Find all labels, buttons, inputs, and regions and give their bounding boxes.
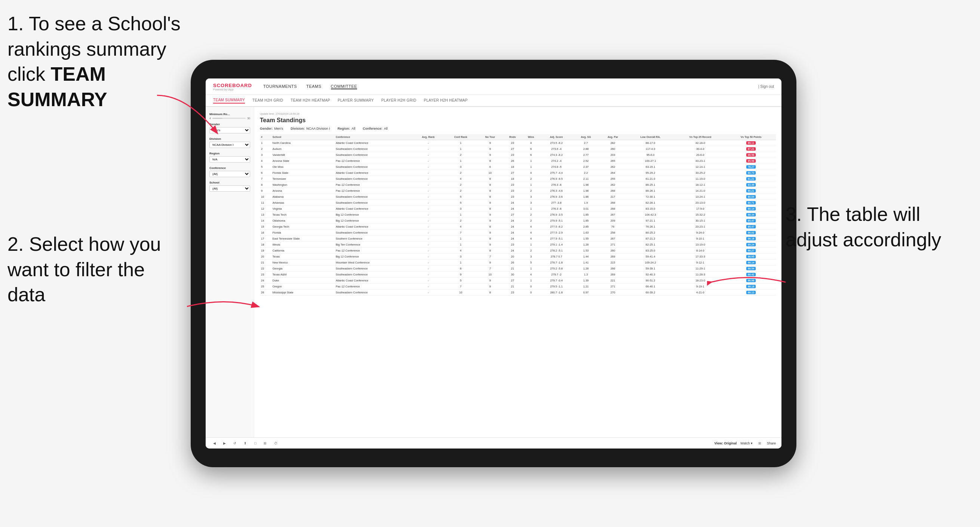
cell-record: 9-12-1: [675, 260, 727, 266]
cell-avg-sg: 2.37: [573, 164, 599, 170]
cell-adj-score: 279.5 -1.1: [540, 284, 573, 290]
cell-vs-top: 86.58: [726, 152, 776, 158]
cell-school: Texas A&M: [272, 272, 335, 278]
watch-btn[interactable]: Watch ▾: [740, 441, 752, 445]
cell-adj-score: 274.3 -6.2: [540, 152, 573, 158]
back-btn[interactable]: ◀: [211, 441, 218, 446]
cell-low: 59-41.4: [627, 254, 675, 260]
cell-low: 66-40.1: [627, 284, 675, 290]
refresh-btn[interactable]: ↺: [231, 441, 238, 446]
cell-avg-sg: 2.77: [573, 152, 599, 158]
bookmark-btn[interactable]: □: [252, 441, 258, 446]
cell-low: 83-25.0: [627, 248, 675, 254]
cell-low: 95-29.2: [627, 170, 675, 176]
cell-rank: 19: [260, 248, 272, 254]
cell-conf-rank: 1: [444, 140, 477, 146]
nav-teams[interactable]: TEAMS: [306, 84, 321, 89]
school-select[interactable]: (All): [209, 186, 250, 192]
table-area: Update time: 27/03/2024 16:56:26 Team St…: [254, 107, 781, 437]
cell-wins: 2: [522, 248, 540, 254]
tab-team-h2h-grid[interactable]: TEAM H2H GRID: [252, 98, 283, 103]
cell-conference: Pac-12 Conference: [335, 284, 412, 290]
clock-btn[interactable]: ⏱: [272, 441, 279, 446]
nav-tournaments[interactable]: TOURNAMENTS: [263, 84, 297, 89]
cell-wins: 3: [522, 254, 540, 260]
cell-adj-score: 278.2 -5.1: [540, 248, 573, 254]
cell-low: 72-30.1: [627, 194, 675, 200]
cell-rank: 10: [260, 194, 272, 200]
cell-school: Arkansas: [272, 200, 335, 206]
cell-conference: Southern Conference: [335, 236, 412, 242]
cell-wins: 1: [522, 242, 540, 248]
cell-avg-par: 282: [599, 140, 626, 146]
cell-no-tour: 8: [477, 188, 503, 194]
tab-player-h2h-heatmap[interactable]: PLAYER H2H HEATMAP: [424, 98, 468, 103]
cell-avg-par: 271: [599, 284, 626, 290]
cell-record: 17-9-0: [675, 206, 727, 212]
table-row: 24 Duke Atlantic Coast Conference - 5 9 …: [260, 278, 776, 284]
tablet-device: SCOREBOARD Powered by clippi TOURNAMENTS…: [191, 60, 796, 467]
cell-record: 8-14-0: [675, 248, 727, 254]
share-btn-toolbar[interactable]: ⬆: [242, 441, 249, 446]
cell-rank: 9: [260, 188, 272, 194]
cell-vs-top: 85.58: [726, 158, 776, 164]
nav-committee[interactable]: COMMITTEE: [331, 84, 358, 89]
division-select[interactable]: NCAA Division I: [209, 142, 250, 148]
cell-school: Florida State: [272, 170, 335, 176]
cell-avg-par: 262: [599, 182, 626, 188]
table-row: 14 Oklahoma Big 12 Conference - 2 9 24 2…: [260, 218, 776, 224]
cell-vs-top: 89.11: [726, 140, 776, 146]
cell-conference: Mountain West Conference: [335, 260, 412, 266]
share-btn[interactable]: Share: [767, 441, 776, 445]
cell-rank: 2: [260, 146, 272, 152]
cell-rnds: 24: [503, 248, 522, 254]
cell-vs-top: 87.21: [726, 146, 776, 152]
cell-rnds: 18: [503, 164, 522, 170]
forward-btn[interactable]: ▶: [221, 441, 228, 446]
cell-record: 17-33-3: [675, 254, 727, 260]
cell-conf-rank: 8: [444, 266, 477, 272]
cell-conf-rank: 7: [444, 230, 477, 236]
cell-avg-par: 265: [599, 158, 626, 164]
cell-record: 20-6-0: [675, 152, 727, 158]
cell-no-tour: 8: [477, 158, 503, 164]
cell-avg-sg: 1.98: [573, 182, 599, 188]
cell-school: Arizona State: [272, 158, 335, 164]
view-original[interactable]: View: Original: [714, 441, 737, 445]
cell-school: California: [272, 248, 335, 254]
table-row: 15 Georgia Tech Atlantic Coast Conferenc…: [260, 224, 776, 230]
table-row: 6 Florida State Atlantic Coast Conferenc…: [260, 170, 776, 176]
tab-team-h2h-heatmap[interactable]: TEAM H2H HEATMAP: [291, 98, 330, 103]
table-row: 4 Arizona State Pac-12 Conference - 1 8 …: [260, 158, 776, 164]
cell-conference: Southeastern Conference: [335, 230, 412, 236]
cell-conf-rank: 1: [444, 242, 477, 248]
cell-no-tour: 9: [477, 200, 503, 206]
cell-low: 76-26.1: [627, 224, 675, 230]
cell-avg-sg: 1.21: [573, 284, 599, 290]
cell-record: 11-19-0: [675, 176, 727, 182]
cell-rank: 12: [260, 206, 272, 212]
cell-no-tour: 8: [477, 290, 503, 296]
sign-out-button[interactable]: | Sign out: [758, 84, 774, 89]
col-record: Vs Top 25 Record: [675, 134, 727, 140]
arrow-step2: [183, 290, 266, 323]
cell-vs-top: 83.49: [726, 182, 776, 188]
cell-conf-rank: 4: [444, 248, 477, 254]
cell-rnds: 26: [503, 158, 522, 164]
cell-rnds: 27: [503, 170, 522, 176]
cell-avg-par: 255: [599, 176, 626, 182]
cell-no-tour: 10: [477, 170, 503, 176]
tab-player-h2h-grid[interactable]: PLAYER H2H GRID: [381, 98, 417, 103]
grid-btn[interactable]: ⊞: [756, 441, 763, 446]
cell-school: Ole Miss: [272, 164, 335, 170]
table-row: 16 Florida Southeastern Conference - 7 9…: [260, 230, 776, 236]
logo-area: SCOREBOARD Powered by clippi: [213, 83, 252, 91]
cell-avg-par: 270: [599, 290, 626, 296]
cell-low: 86-25.1: [627, 182, 675, 188]
tab-player-summary[interactable]: PLAYER SUMMARY: [337, 98, 374, 103]
new-tab-btn[interactable]: ⊞: [262, 441, 269, 446]
conference-select[interactable]: (All): [209, 171, 250, 177]
region-select[interactable]: N/A: [209, 156, 250, 163]
cell-rnds: 23: [503, 194, 522, 200]
cell-vs-top: 88.27: [726, 248, 776, 254]
